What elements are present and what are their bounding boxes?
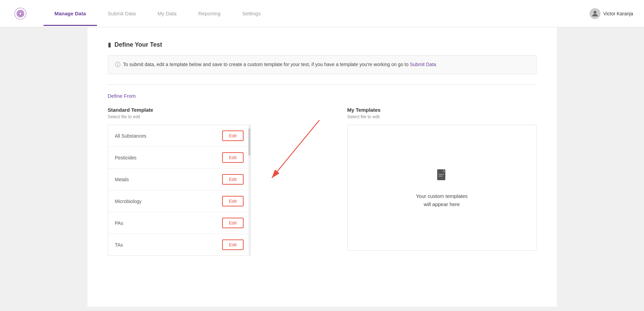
template-item-pesticides: Pesticides Edit	[108, 147, 250, 169]
template-item-pas: PAs Edit	[108, 212, 250, 234]
template-item-microbiology: Microbiology Edit	[108, 190, 250, 212]
user-name-label: Victor Karanja	[603, 11, 633, 16]
nav-reporting[interactable]: Reporting	[187, 1, 231, 26]
standard-template-section: Standard Template Select file to edit Al…	[108, 107, 251, 256]
document-icon: ▮	[108, 41, 111, 48]
submit-data-link[interactable]: Submit Data	[410, 62, 436, 67]
template-name-pesticides: Pesticides	[115, 155, 137, 160]
edit-btn-pesticides[interactable]: Edit	[222, 152, 243, 163]
template-name-metals: Metals	[115, 177, 129, 182]
standard-template-subtitle: Select file to edit	[108, 114, 251, 119]
template-name-all-substances: All Substances	[115, 133, 147, 139]
template-name-microbiology: Microbiology	[115, 199, 142, 204]
standard-template-title: Standard Template	[108, 107, 251, 113]
page-title-row: ▮ Define Your Test	[108, 41, 536, 48]
template-item-all-substances: All Substances Edit	[108, 125, 250, 147]
my-templates-section: My Templates Select file to edit Your cu…	[347, 107, 536, 251]
svg-rect-14	[439, 176, 443, 176]
logo-icon[interactable]	[11, 4, 30, 23]
svg-point-1	[19, 10, 21, 17]
svg-point-4	[17, 12, 24, 15]
svg-point-9	[594, 11, 596, 14]
my-templates-empty-text: Your custom templates will appear here	[416, 192, 467, 208]
edit-btn-tas[interactable]: Edit	[222, 239, 243, 250]
divider	[108, 84, 536, 85]
svg-rect-13	[439, 174, 444, 175]
main-nav: Manage Data Submit Data My Data Reportin…	[44, 1, 590, 26]
templates-row: Standard Template Select file to edit Al…	[108, 107, 536, 256]
edit-btn-metals[interactable]: Edit	[222, 174, 243, 185]
info-text: To submit data, edit a template below an…	[123, 61, 436, 68]
file-icon-large	[434, 167, 450, 187]
template-item-metals: Metals Edit	[108, 169, 250, 190]
nav-my-data[interactable]: My Data	[147, 1, 187, 26]
template-list: All Substances Edit Pesticides Edit Meta…	[108, 125, 251, 256]
my-templates-box: Your custom templates will appear here	[347, 125, 536, 251]
user-menu[interactable]: Victor Karanja	[590, 8, 633, 19]
header: Manage Data Submit Data My Data Reportin…	[0, 0, 644, 27]
template-name-tas: TAs	[115, 242, 123, 248]
my-templates-subtitle: Select file to edit	[347, 114, 536, 119]
edit-btn-pas[interactable]: Edit	[222, 218, 243, 228]
nav-manage-data[interactable]: Manage Data	[44, 1, 97, 26]
annotation-arrow-svg	[262, 107, 336, 256]
template-list-inner: All Substances Edit Pesticides Edit Meta…	[108, 125, 250, 255]
edit-btn-microbiology[interactable]: Edit	[222, 196, 243, 206]
arrow-annotation	[262, 107, 336, 256]
template-name-pas: PAs	[115, 220, 123, 226]
nav-submit-data[interactable]: Submit Data	[97, 1, 147, 26]
info-icon: ⓘ	[115, 61, 120, 68]
define-from-label: Define From	[108, 93, 536, 99]
user-avatar-icon	[590, 8, 600, 19]
page-title: Define Your Test	[115, 41, 162, 48]
info-box: ⓘ To submit data, edit a template below …	[108, 55, 536, 74]
template-item-tas: TAs Edit	[108, 234, 250, 255]
my-templates-title: My Templates	[347, 107, 536, 113]
edit-btn-all-substances[interactable]: Edit	[222, 130, 243, 141]
nav-settings[interactable]: Settings	[231, 1, 271, 26]
svg-line-11	[272, 120, 319, 178]
